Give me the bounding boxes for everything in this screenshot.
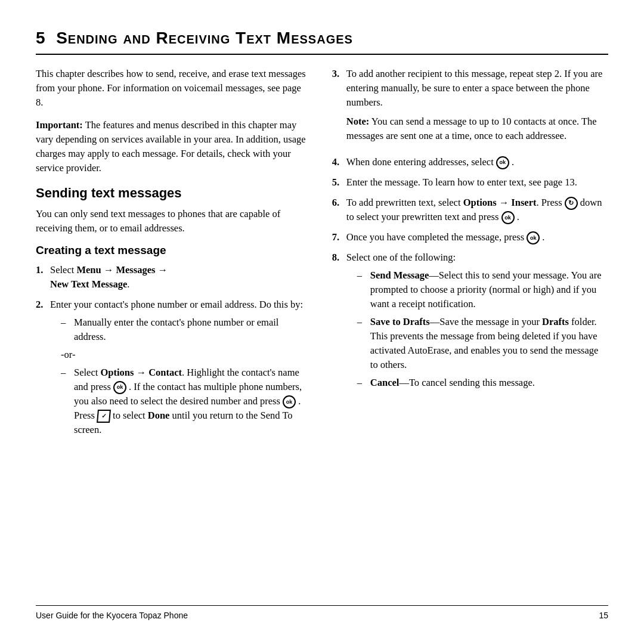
section-heading-sending: Sending text messages: [36, 185, 311, 201]
insert-label: Insert: [511, 197, 536, 208]
step-6-content: To add prewritten text, select Options →…: [346, 196, 608, 224]
step-4-num: 4.: [332, 155, 343, 169]
left-column: This chapter describes how to send, rece…: [36, 67, 311, 599]
dash-5: –: [357, 376, 366, 390]
title-divider: [36, 54, 608, 55]
important-paragraph: Important: The features and menus descri…: [36, 118, 311, 175]
ok-icon-5: ok: [527, 231, 540, 244]
options-label-2: Options: [463, 197, 497, 208]
dash-1: –: [61, 315, 69, 344]
important-label: Important:: [36, 119, 83, 131]
right-step-7: 7. Once you have completed the message, …: [332, 230, 608, 244]
page: 5 Sending and Receiving Text Messages Th…: [0, 0, 644, 644]
step-3-num: 3.: [332, 67, 343, 81]
done-label: Done: [148, 410, 170, 421]
left-step-1: 1. Select Menu → Messages → New Text Mes…: [36, 263, 311, 292]
ok-icon-4: ok: [501, 211, 515, 224]
left-steps-list: 1. Select Menu → Messages → New Text Mes…: [36, 263, 311, 441]
step-8-sub-2: – Save to Drafts—Save the message in you…: [357, 315, 608, 372]
right-step-3: 3. To add another recipient to this mess…: [332, 67, 608, 149]
step-1-messages: Messages: [116, 264, 155, 275]
cancel-label: Cancel: [370, 377, 400, 388]
step-8-sublist: – Send Message—Select this to send your …: [357, 268, 608, 389]
step-2-content: Enter your contact's phone number or ema…: [50, 298, 311, 441]
step-7-num: 7.: [332, 230, 343, 244]
step-2-sub-2-text: Select Options → Contact. Highlight the …: [74, 366, 311, 438]
step-2-sub-1: – Manually enter the contact's phone num…: [61, 315, 311, 344]
step-1-content: Select Menu → Messages → New Text Messag…: [50, 263, 311, 292]
step-5-num: 5.: [332, 175, 343, 190]
chapter-title: 5 Sending and Receiving Text Messages: [36, 29, 608, 48]
chapter-number: 5: [36, 29, 46, 47]
step-2-num: 2.: [36, 298, 47, 312]
step-6-num: 6.: [332, 196, 343, 210]
send-message-label: Send Message: [370, 270, 429, 281]
cancel-item: Cancel—To cancel sending this message.: [370, 376, 535, 390]
dash-2: –: [61, 366, 69, 438]
step-2-sublist-1: – Manually enter the contact's phone num…: [61, 315, 311, 344]
footer-left: User Guide for the Kyocera Topaz Phone: [36, 611, 188, 620]
step-3-note: Note: You can send a message to up to 10…: [346, 114, 608, 143]
save-drafts-item: Save to Drafts—Save the message in your …: [370, 315, 608, 372]
save-drafts-label: Save to Drafts: [370, 316, 430, 327]
step-3-content: To add another recipient to this message…: [346, 67, 608, 149]
right-steps-list: 3. To add another recipient to this mess…: [332, 67, 608, 394]
contact-label: Contact: [148, 367, 182, 378]
footer-page-number: 15: [599, 611, 608, 620]
section-intro-text: You can only send text messages to phone…: [36, 207, 311, 236]
chapter-title-text: Sending and Receiving Text Messages: [56, 29, 353, 47]
options-label: Options: [100, 367, 134, 378]
or-divider: -or-: [61, 348, 311, 362]
ok-icon-1: ok: [113, 381, 126, 394]
left-step-2: 2. Enter your contact's phone number or …: [36, 298, 311, 441]
step-2-sub-1-text: Manually enter the contact's phone numbe…: [74, 315, 311, 344]
step-8-content: Select one of the following: – Send Mess…: [346, 250, 608, 393]
nav-icon: ↻: [565, 197, 578, 210]
step-5-content: Enter the message. To learn how to enter…: [346, 175, 608, 190]
dash-3: –: [357, 268, 366, 311]
two-column-layout: This chapter describes how to send, rece…: [36, 67, 608, 599]
done-icon: ✓: [97, 410, 111, 423]
right-step-4: 4. When done entering addresses, select …: [332, 155, 608, 169]
drafts-folder-label: Drafts: [542, 316, 569, 327]
step-8-sub-1: – Send Message—Select this to send your …: [357, 268, 608, 311]
step-4-content: When done entering addresses, select ok …: [346, 155, 608, 169]
step-3-note-text: Note: You can send a message to up to 10…: [346, 116, 597, 141]
step-1-menu: Menu: [76, 264, 101, 275]
dash-4: –: [357, 315, 366, 372]
step-1-new-text: New Text Message: [50, 278, 127, 290]
send-message-item: Send Message—Select this to send your me…: [370, 268, 608, 311]
step-2-sub-2: – Select Options → Contact. Highlight th…: [61, 366, 311, 438]
page-footer: User Guide for the Kyocera Topaz Phone 1…: [36, 605, 608, 620]
step-8-sub-3: – Cancel—To cancel sending this message.: [357, 376, 608, 390]
step-8-num: 8.: [332, 250, 343, 265]
step-1-num: 1.: [36, 263, 47, 277]
ok-icon-2: ok: [283, 395, 296, 408]
right-step-8: 8. Select one of the following: – Send M…: [332, 250, 608, 393]
step-7-content: Once you have completed the message, pre…: [346, 230, 608, 244]
intro-paragraph: This chapter describes how to send, rece…: [36, 67, 311, 110]
ok-icon-3: ok: [496, 156, 509, 169]
right-step-6: 6. To add prewritten text, select Option…: [332, 196, 608, 224]
right-step-5: 5. Enter the message. To learn how to en…: [332, 175, 608, 190]
note-label: Note:: [346, 116, 369, 127]
subsection-heading-creating: Creating a text message: [36, 244, 311, 257]
right-column: 3. To add another recipient to this mess…: [332, 67, 608, 599]
step-2-sublist-2: – Select Options → Contact. Highlight th…: [61, 366, 311, 438]
